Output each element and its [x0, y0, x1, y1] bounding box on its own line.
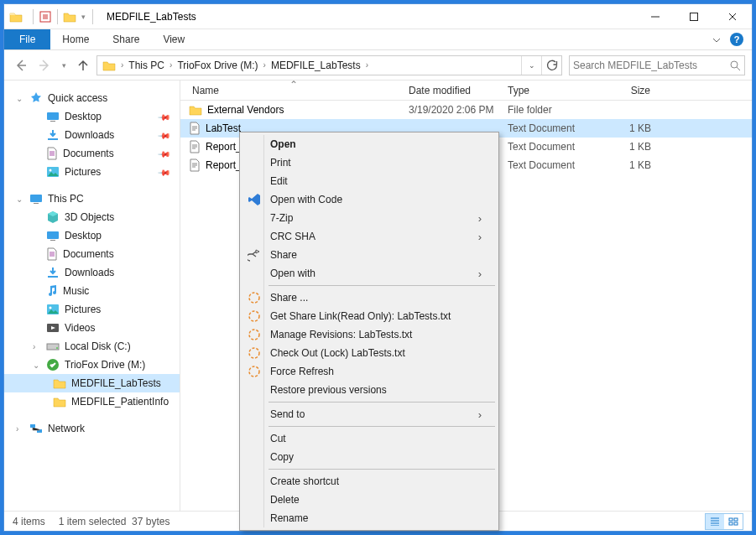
- sidebar-desktop-pc[interactable]: Desktop: [4, 226, 180, 245]
- menu-send-to[interactable]: Send to›: [242, 405, 497, 423]
- menu-share-system[interactable]: Share: [242, 246, 497, 264]
- sidebar-desktop[interactable]: Desktop 📌: [4, 107, 180, 126]
- menu-edit[interactable]: Edit: [242, 172, 497, 190]
- chevron-right-icon[interactable]: ›: [33, 342, 35, 351]
- sidebar-this-pc[interactable]: ⌄ This PC: [4, 190, 180, 208]
- drive-icon: [46, 340, 60, 352]
- sidebar-downloads[interactable]: Downloads 📌: [4, 126, 180, 144]
- qat-dropdown-icon[interactable]: ▾: [80, 13, 87, 21]
- videos-icon: [46, 322, 60, 334]
- sidebar-pictures-pc[interactable]: Pictures: [4, 300, 180, 319]
- menu-share-ellipsis[interactable]: Share ...: [242, 288, 497, 307]
- triofox-icon: [247, 345, 262, 361]
- menu-create-shortcut[interactable]: Create shortcut: [242, 472, 497, 491]
- view-details-button[interactable]: [706, 514, 724, 529]
- address-bar[interactable]: › This PC › TrioFox Drive (M:) › MEDFILE…: [96, 55, 562, 75]
- menu-delete[interactable]: Delete: [242, 491, 497, 509]
- qat-properties-icon[interactable]: [39, 10, 52, 23]
- column-date[interactable]: Date modified: [400, 81, 499, 100]
- menu-restore-versions[interactable]: Restore previous versions: [242, 381, 497, 399]
- svg-point-27: [249, 330, 259, 340]
- svg-rect-12: [48, 276, 58, 278]
- sidebar-medfile-labtests[interactable]: MEDFILE_LabTests: [4, 374, 180, 392]
- breadcrumb-folder[interactable]: MEDFILE_LabTests: [268, 56, 364, 75]
- chevron-right-icon[interactable]: ›: [16, 424, 18, 434]
- ribbon-expand-icon[interactable]: [712, 34, 722, 44]
- svg-point-29: [249, 366, 259, 377]
- tab-share[interactable]: Share: [101, 29, 151, 49]
- column-name[interactable]: Name: [180, 81, 400, 100]
- menu-7zip[interactable]: 7-Zip›: [242, 209, 497, 227]
- menu-open[interactable]: Open: [242, 135, 497, 153]
- chevron-down-icon[interactable]: ⌄: [16, 195, 23, 204]
- menu-get-share-link[interactable]: Get Share Link(Read Only): LabTests.txt: [242, 307, 497, 325]
- file-row-folder[interactable]: External Vendors 3/19/2020 2:06 PM File …: [180, 101, 752, 119]
- sidebar-triofox-drive[interactable]: ⌄ TrioFox Drive (M:): [4, 356, 180, 374]
- svg-point-7: [50, 169, 52, 172]
- menu-check-out[interactable]: Check Out (Lock) LabTests.txt: [242, 344, 497, 362]
- sidebar-documents[interactable]: Documents 📌: [4, 144, 180, 163]
- menu-copy[interactable]: Copy: [242, 448, 497, 466]
- chevron-down-icon[interactable]: ⌄: [33, 361, 39, 370]
- nav-back-button[interactable]: [11, 55, 31, 75]
- breadcrumb-thispc[interactable]: This PC: [125, 56, 168, 75]
- nav-recent-dropdown[interactable]: ▾: [58, 55, 70, 75]
- breadcrumb-drive[interactable]: TrioFox Drive (M:): [174, 56, 261, 75]
- column-type[interactable]: Type: [499, 81, 596, 100]
- sidebar-downloads-pc[interactable]: Downloads: [4, 263, 180, 282]
- pin-icon: 📌: [158, 128, 171, 142]
- column-size[interactable]: Size: [596, 81, 663, 100]
- svg-rect-19: [30, 424, 35, 428]
- sidebar-music[interactable]: Music: [4, 282, 180, 300]
- sidebar-videos[interactable]: Videos: [4, 319, 180, 337]
- menu-manage-revisions[interactable]: Manage Revisions: LabTests.txt: [242, 325, 497, 344]
- pictures-icon: [46, 304, 60, 315]
- nav-up-button[interactable]: [73, 55, 93, 75]
- chevron-right-icon[interactable]: ›: [119, 60, 125, 70]
- svg-rect-22: [734, 518, 738, 521]
- menu-print[interactable]: Print: [242, 153, 497, 172]
- sidebar-documents-pc[interactable]: Documents: [4, 245, 180, 263]
- minimize-button[interactable]: [636, 4, 675, 29]
- sidebar-quick-access[interactable]: ⌄ Quick access: [4, 89, 180, 107]
- search-input[interactable]: Search MEDFILE_LabTests: [569, 55, 745, 75]
- refresh-button[interactable]: [541, 56, 561, 75]
- sidebar-3d-objects[interactable]: 3D Objects: [4, 208, 180, 226]
- sidebar-medfile-patientinfo[interactable]: MEDFILE_PatientInfo: [4, 392, 180, 411]
- svg-point-26: [249, 311, 259, 321]
- chevron-down-icon[interactable]: ⌄: [16, 94, 23, 103]
- chevron-right-icon[interactable]: ›: [364, 60, 370, 70]
- svg-rect-4: [50, 121, 55, 122]
- menu-open-with-code[interactable]: Open with Code: [242, 190, 497, 209]
- pin-icon: 📌: [158, 165, 171, 179]
- triofox-icon: [247, 364, 262, 379]
- nav-forward-button[interactable]: [34, 55, 55, 75]
- menu-rename[interactable]: Rename: [242, 509, 497, 527]
- triofox-icon: [247, 327, 262, 342]
- tab-view[interactable]: View: [151, 29, 196, 49]
- address-dropdown-button[interactable]: ⌄: [521, 56, 541, 75]
- tab-file[interactable]: File: [4, 29, 50, 49]
- status-item-count: 4 items: [13, 516, 45, 527]
- file-date: 3/19/2020 2:06 PM: [400, 104, 499, 116]
- chevron-right-icon[interactable]: ›: [262, 60, 268, 70]
- sidebar-pictures[interactable]: Pictures 📌: [4, 163, 180, 181]
- maximize-button[interactable]: [675, 4, 713, 29]
- menu-crc-sha[interactable]: CRC SHA›: [242, 227, 497, 246]
- menu-open-with[interactable]: Open with›: [242, 264, 497, 283]
- sidebar-local-disk[interactable]: › Local Disk (C:): [4, 337, 180, 356]
- chevron-right-icon: ›: [478, 268, 482, 280]
- menu-cut[interactable]: Cut: [242, 429, 497, 448]
- tab-home[interactable]: Home: [50, 29, 101, 49]
- sidebar-network[interactable]: › Network: [4, 419, 180, 438]
- view-thumbnails-button[interactable]: [724, 514, 743, 529]
- help-icon[interactable]: ?: [730, 33, 743, 46]
- documents-icon: [46, 247, 58, 261]
- qat-newfolder-icon[interactable]: [63, 11, 76, 23]
- svg-point-25: [249, 293, 259, 303]
- chevron-right-icon[interactable]: ›: [168, 60, 174, 70]
- svg-point-28: [249, 348, 259, 358]
- close-button[interactable]: [713, 4, 752, 29]
- triofox-icon: [247, 309, 262, 324]
- menu-force-refresh[interactable]: Force Refresh: [242, 362, 497, 381]
